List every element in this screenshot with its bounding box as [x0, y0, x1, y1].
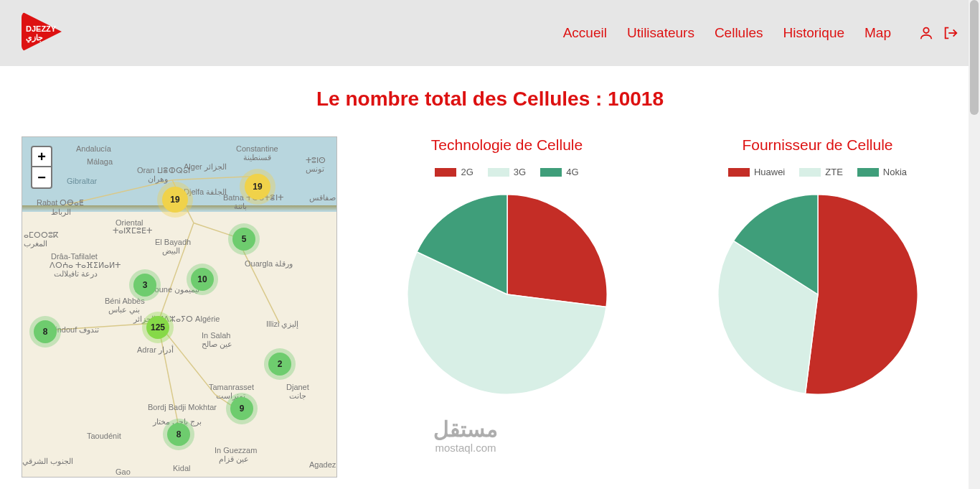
brand-name-ar: جازي — [26, 33, 43, 42]
legend-item: 4G — [540, 167, 578, 177]
nav-utilisateurs[interactable]: Utilisateurs — [627, 25, 694, 41]
map-place-label: جانت — [289, 391, 306, 401]
map-place-label: Béni Abbès — [105, 297, 145, 305]
map-zoom-control: + − — [31, 146, 52, 189]
cluster-marker[interactable]: 125 — [146, 316, 169, 339]
map-place-label: Drâa-Tafilalet — [51, 252, 98, 261]
legend-item: Huawei — [728, 167, 785, 177]
map-place-label: Illizi إليزي — [266, 320, 298, 329]
chart-technology: Technologie de Cellule 2G3G4G — [366, 136, 648, 399]
cluster-marker[interactable]: 3 — [133, 274, 156, 297]
map-place-label: بني عباس — [108, 305, 140, 315]
map-place-label: Agadez — [309, 460, 336, 469]
logout-icon[interactable] — [943, 25, 958, 41]
map-place-label: عين صالح — [202, 340, 232, 349]
map-place-label: Málaga — [87, 157, 113, 166]
legend-item: 3G — [488, 167, 526, 177]
map-place-label: Rabat ⵔⴱⴰⵟ — [37, 198, 84, 208]
cluster-marker[interactable]: 19 — [245, 174, 270, 200]
legend-label: 2G — [461, 167, 473, 177]
header-bar: DJEZZY جازي Accueil Utilisateurs Cellule… — [0, 0, 980, 66]
map-place-label: باتنة — [234, 202, 247, 211]
map-place-label: Ouargla ورقلة — [245, 259, 293, 269]
map-place-label: El Bayadh — [155, 238, 191, 246]
cluster-marker[interactable]: 19 — [162, 187, 188, 213]
map-place-label: المغرب — [24, 239, 47, 248]
map-place-label: صفاقس — [309, 193, 336, 202]
main-nav: Accueil Utilisateurs Cellules Historique… — [563, 25, 958, 41]
map-place-label: الرباط — [51, 208, 71, 217]
legend-swatch — [799, 168, 821, 177]
legend-swatch — [488, 168, 509, 177]
pie-slice — [805, 195, 918, 394]
chart-legend: 2G3G4G — [435, 167, 578, 177]
map-place-label: البيض — [162, 246, 180, 256]
chart-legend: HuaweiZTENokia — [728, 167, 907, 177]
map-place-label: Alger الجزائر — [184, 162, 227, 172]
map-place-label: الجنوب الشرقي — [22, 457, 73, 466]
map-place-label: قسنطينة — [243, 153, 271, 162]
pie-chart — [403, 190, 611, 399]
map-place-label: Tamanrasset — [209, 383, 254, 391]
cluster-marker[interactable]: 8 — [167, 423, 190, 446]
legend-label: Huawei — [754, 167, 785, 177]
content-area: Le nombre total des Cellules : 10018 + −… — [0, 66, 980, 489]
zoom-in-button[interactable]: + — [32, 147, 51, 167]
map-place-label: تونس — [306, 164, 324, 174]
legend-label: 3G — [514, 167, 526, 177]
map-place-label: Djanet — [286, 383, 309, 391]
brand-logo[interactable]: DJEZZY جازي — [22, 11, 79, 55]
chart-title: Technologie de Cellule — [431, 136, 583, 154]
cluster-marker[interactable]: 2 — [268, 353, 291, 376]
legend-item: ZTE — [799, 167, 843, 177]
map-place-label: ⵜⴰⵏⴳⵎⵓⴹⵜ — [113, 226, 152, 236]
map-place-label: عين قزام — [219, 455, 249, 464]
pie-chart — [714, 190, 922, 399]
legend-label: 4G — [566, 167, 578, 177]
map-place-label: Constantine — [236, 144, 278, 153]
scrollbar[interactable] — [969, 0, 980, 489]
cluster-marker[interactable]: 10 — [191, 268, 214, 291]
legend-label: ZTE — [825, 167, 843, 177]
nav-accueil[interactable]: Accueil — [563, 25, 607, 41]
map-place-label: Taoudénit — [87, 432, 121, 440]
zoom-out-button[interactable]: − — [32, 167, 51, 187]
chart-title: Fournisseur de Cellule — [742, 136, 892, 154]
brand-name: DJEZZY — [26, 24, 56, 33]
legend-item: 2G — [435, 167, 473, 177]
nav-map[interactable]: Map — [864, 25, 891, 41]
cluster-marker[interactable]: 8 — [34, 320, 57, 343]
map-place-label: وهران — [148, 174, 168, 184]
legend-item: Nokia — [857, 167, 907, 177]
chart-supplier: Fournisseur de Cellule HuaweiZTENokia — [677, 136, 958, 399]
legend-swatch — [857, 168, 879, 177]
map-place-label: Gibraltar — [67, 177, 97, 185]
map-place-label: Kidal — [173, 464, 190, 472]
legend-swatch — [540, 168, 562, 177]
user-icon[interactable] — [918, 25, 934, 41]
map-place-label: Tindouf تندوف — [51, 325, 99, 335]
map-place-label: Andalucía — [76, 144, 111, 153]
legend-label: Nokia — [883, 167, 907, 177]
map-place-label: Gao — [116, 467, 131, 476]
legend-swatch — [435, 168, 456, 177]
legend-swatch — [728, 168, 750, 177]
cluster-marker[interactable]: 9 — [230, 397, 253, 420]
cluster-marker[interactable]: 5 — [232, 228, 255, 251]
map-place-label: ⵜⵓⵏⵙ — [306, 156, 326, 165]
pie-slice — [507, 195, 607, 307]
map-place-label: Djelfa الجلفة — [184, 187, 227, 197]
map-place-label: الجزائر ⵍⴷⵣⴰⵢⵔ Algérie — [133, 315, 220, 324]
map-place-label: In Guezzam — [215, 446, 257, 455]
map-place-label: Adrar أدرار — [137, 345, 174, 355]
map-place-label: In Salah — [202, 331, 230, 340]
svg-point-0 — [923, 28, 928, 33]
nav-cellules[interactable]: Cellules — [715, 25, 763, 41]
cluster-map[interactable]: + − AndalucíaMálagaGibraltarRabat ⵔⴱⴰⵟال… — [22, 136, 337, 478]
page-title: Le nombre total des Cellules : 10018 — [22, 88, 958, 111]
map-place-label: Bordj Badji Mokhtar — [148, 403, 217, 411]
nav-historique[interactable]: Historique — [783, 25, 844, 41]
map-place-label: درعة تافيلالت — [54, 269, 98, 279]
